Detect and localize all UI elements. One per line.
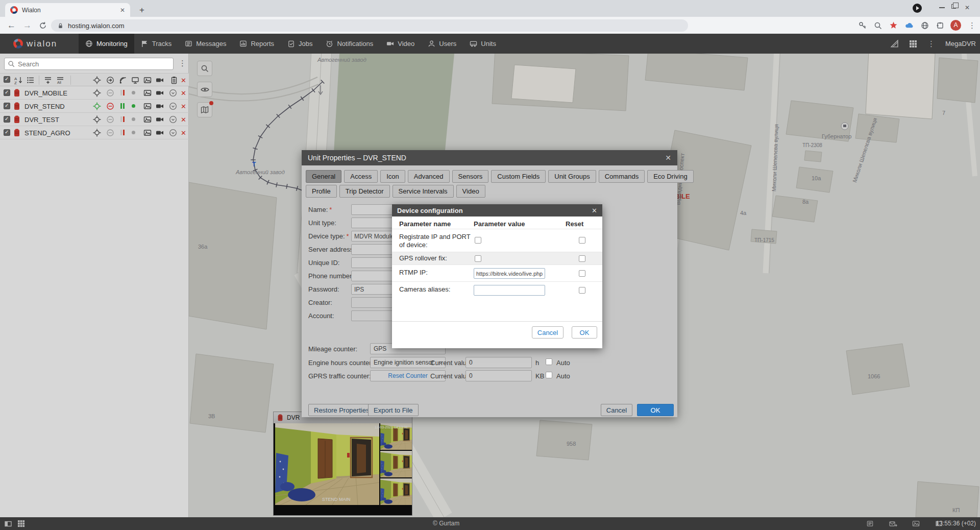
unit-menu-icon[interactable] — [169, 102, 177, 110]
bookmark-star-icon[interactable] — [889, 21, 898, 30]
unit-photos-icon[interactable] — [143, 89, 152, 97]
remove-unit-icon[interactable]: ✕ — [181, 89, 186, 97]
tab-profile[interactable]: Profile — [306, 185, 337, 198]
reset-checkbox[interactable] — [579, 255, 585, 262]
close-icon[interactable]: ✕ — [665, 154, 671, 162]
locate-unit-icon[interactable] — [93, 102, 101, 110]
unit-row-dvr-test[interactable]: DVR_TEST ✕ — [0, 113, 189, 126]
tab-eco-driving[interactable]: Eco Driving — [647, 170, 693, 183]
dialog-titlebar[interactable]: Unit Properties – DVR_STEND ✕ — [302, 150, 677, 165]
reset-checkbox[interactable] — [579, 287, 585, 294]
nav-notifications[interactable]: Notifications — [319, 34, 380, 54]
remove-unit-icon[interactable]: ✕ — [181, 116, 186, 124]
tab-service-intervals[interactable]: Service Intervals — [393, 185, 454, 198]
tab-custom-fields[interactable]: Custom Fields — [491, 170, 546, 183]
close-icon[interactable]: ✕ — [592, 207, 597, 214]
cancel-button[interactable]: Cancel — [532, 326, 564, 339]
unit-name[interactable]: DVR_TEST — [24, 116, 59, 124]
unit-photos-icon[interactable] — [143, 115, 152, 124]
nav-reports[interactable]: Reports — [233, 34, 281, 54]
unit-checkbox[interactable] — [4, 89, 10, 96]
back-button[interactable]: ← — [7, 20, 16, 31]
rtmp-ip-input[interactable] — [474, 268, 545, 279]
window-minimize-button[interactable] — [939, 7, 945, 8]
tab-unit-groups[interactable]: Unit Groups — [548, 170, 596, 183]
locate-unit-icon[interactable] — [93, 89, 101, 97]
reset-checkbox[interactable] — [579, 237, 585, 244]
unit-row-stend-agro[interactable]: STEND_AGRO ✕ — [0, 126, 189, 139]
ok-button[interactable]: OK — [637, 404, 674, 416]
unit-video-icon[interactable] — [156, 129, 164, 137]
reload-button[interactable] — [39, 21, 47, 30]
unit-menu-icon[interactable] — [169, 129, 177, 137]
copyright-text[interactable]: © Gurtam — [433, 520, 459, 527]
remove-all-icon[interactable]: ✕ — [181, 77, 186, 84]
data-accuracy-icon[interactable] — [119, 76, 127, 84]
dialog-titlebar[interactable]: Device configuration ✕ — [392, 204, 602, 216]
cloud-extension-icon[interactable] — [905, 21, 914, 30]
nav-monitoring[interactable]: Monitoring — [79, 34, 134, 54]
video-icon[interactable] — [156, 76, 164, 84]
map-layers-button[interactable] — [197, 102, 212, 117]
remove-unit-icon[interactable]: ✕ — [181, 129, 186, 137]
appbar-menu-icon[interactable]: ⋮ — [927, 39, 935, 49]
media-icon[interactable] — [912, 520, 920, 527]
tab-trip-detector[interactable]: Trip Detector — [339, 185, 390, 198]
tab-commands[interactable]: Commands — [599, 170, 645, 183]
log-icon[interactable] — [866, 520, 874, 527]
param-value-checkbox[interactable] — [475, 237, 481, 244]
engine-current-value-input[interactable] — [465, 357, 532, 368]
forward-button[interactable]: → — [23, 20, 32, 31]
gprs-current-value-input[interactable] — [465, 370, 532, 381]
tab-close-icon[interactable]: ✕ — [120, 7, 125, 14]
unit-checkbox[interactable] — [4, 103, 10, 109]
tab-video[interactable]: Video — [456, 185, 485, 198]
window-restore-button[interactable] — [951, 4, 956, 9]
properties-icon[interactable] — [170, 76, 178, 84]
locate-unit-icon[interactable] — [93, 115, 101, 124]
nav-units[interactable]: Units — [463, 34, 503, 54]
unit-video-icon[interactable] — [156, 115, 164, 124]
search-box[interactable] — [4, 58, 174, 70]
export-to-file-button[interactable]: Export to File — [368, 404, 419, 416]
extension-badge-icon[interactable] — [913, 4, 922, 13]
search-icon[interactable] — [874, 21, 882, 30]
apps-grid-icon[interactable] — [909, 40, 917, 48]
unit-checkbox[interactable] — [4, 116, 10, 123]
map-visibility-button[interactable] — [197, 82, 212, 97]
unit-row-dvr-stend[interactable]: DVR_STEND ✕ — [0, 100, 189, 113]
video-popup[interactable]: DVR 12-03-2021 14:13:31 STEND MAIN — [273, 412, 412, 516]
sort-az-icon[interactable] — [14, 76, 22, 84]
locate-unit-icon[interactable] — [93, 129, 101, 137]
panel-toggle-icon[interactable] — [4, 520, 12, 528]
nav-tracks[interactable]: Tracks — [134, 34, 179, 54]
remove-unit-icon[interactable]: ✕ — [181, 103, 186, 110]
tab-advanced[interactable]: Advanced — [408, 170, 450, 183]
camera-thumb-2[interactable] — [380, 451, 412, 477]
cancel-button[interactable]: Cancel — [601, 404, 632, 416]
unit-video-icon[interactable] — [156, 102, 164, 110]
nav-jobs[interactable]: Jobs — [281, 34, 319, 54]
browser-menu-icon[interactable]: ⋮ — [968, 21, 976, 30]
globe-extension-icon[interactable] — [921, 21, 929, 30]
send-message-icon[interactable] — [889, 520, 897, 528]
extensions-puzzle-icon[interactable] — [936, 21, 944, 30]
follow-all-icon[interactable] — [106, 76, 114, 84]
cameras-aliases-input[interactable] — [474, 285, 545, 296]
search-menu-icon[interactable]: ⋮ — [179, 59, 186, 68]
unit-photos-icon[interactable] — [143, 129, 152, 137]
unit-name[interactable]: DVR_MOBILE — [24, 89, 67, 97]
engine-auto-checkbox[interactable] — [546, 358, 552, 365]
photos-icon[interactable] — [143, 76, 152, 84]
list-view-icon[interactable] — [27, 76, 35, 84]
main-camera-view[interactable] — [275, 423, 379, 505]
ok-button[interactable]: OK — [572, 326, 597, 339]
nav-users[interactable]: Users — [421, 34, 463, 54]
tab-general[interactable]: General — [306, 170, 341, 183]
unit-name[interactable]: DVR_STEND — [24, 103, 65, 110]
unit-photos-icon[interactable] — [143, 102, 152, 110]
camera-thumb-3[interactable] — [380, 478, 412, 505]
restore-properties-button[interactable]: Restore Properties — [308, 404, 375, 416]
unit-checkbox[interactable] — [4, 129, 10, 136]
new-tab-button[interactable]: + — [136, 4, 148, 16]
